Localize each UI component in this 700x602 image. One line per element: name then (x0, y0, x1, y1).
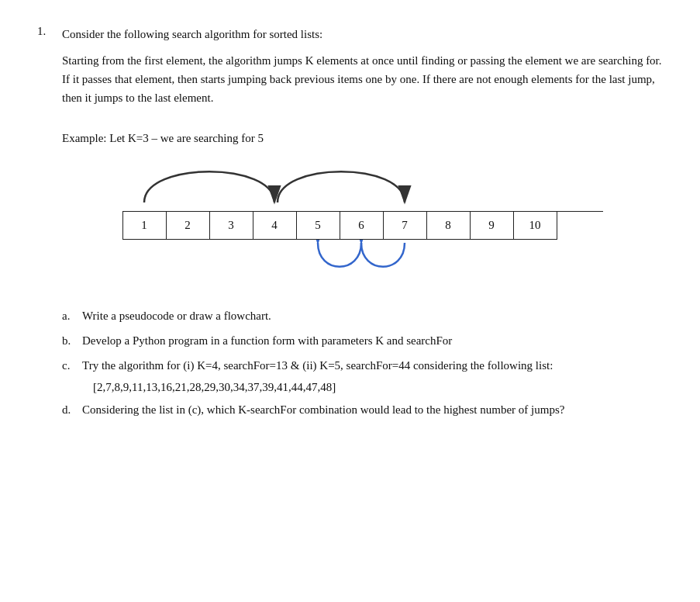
sub-question-d: d. Considering the list in (c), which K-… (62, 400, 663, 419)
cell-3: 3 (210, 212, 253, 240)
question-block: 1. Consider the following search algorit… (37, 25, 663, 425)
array-row: 1 2 3 4 5 6 7 8 9 10 (122, 211, 603, 240)
cell-10: 10 (514, 212, 557, 240)
list-values: [2,7,8,9,11,13,16,21,28,29,30,34,37,39,4… (93, 381, 663, 394)
sub-label-a: a. (62, 306, 78, 325)
sub-text-a: Write a pseudocode or draw a flowchart. (82, 306, 663, 325)
sub-text-d: Considering the list in (c), which K-sea… (82, 400, 663, 419)
sub-question-c: c. Try the algorithm for (i) K=4, search… (62, 356, 663, 375)
sub-text-b: Develop a Python program in a function f… (82, 331, 663, 350)
arc-6-to-5 (318, 243, 361, 267)
cell-5: 5 (297, 212, 340, 240)
cell-7: 7 (384, 212, 427, 240)
cell-6: 6 (340, 212, 384, 240)
cell-2: 2 (167, 212, 210, 240)
question-intro: Consider the following search algorithm … (62, 25, 663, 43)
sub-question-b: b. Develop a Python program in a functio… (62, 331, 663, 350)
bottom-arrows (122, 240, 603, 285)
sub-label-d: d. (62, 400, 78, 419)
sub-label-c: c. (62, 356, 78, 375)
question-description: Starting from the first element, the alg… (62, 51, 663, 107)
cell-1: 1 (123, 212, 167, 240)
arc-1-to-4 (144, 171, 274, 202)
example-label: Example: Let K=3 – we are searching for … (62, 132, 663, 145)
arc-4-to-7 (278, 171, 405, 202)
question-body: Consider the following search algorithm … (62, 25, 663, 425)
sub-question-a: a. Write a pseudocode or draw a flowchar… (62, 306, 663, 325)
top-arrows (122, 157, 603, 208)
diagram-container: 1 2 3 4 5 6 7 8 9 10 (122, 157, 603, 288)
arc-7-to-6 (361, 243, 405, 267)
sub-questions: a. Write a pseudocode or draw a flowchar… (62, 306, 663, 419)
cell-9: 9 (471, 212, 514, 240)
question-number: 1. (37, 25, 56, 38)
sub-label-b: b. (62, 331, 78, 350)
cell-4: 4 (253, 212, 297, 240)
sub-text-c: Try the algorithm for (i) K=4, searchFor… (82, 356, 663, 375)
cell-8: 8 (427, 212, 471, 240)
